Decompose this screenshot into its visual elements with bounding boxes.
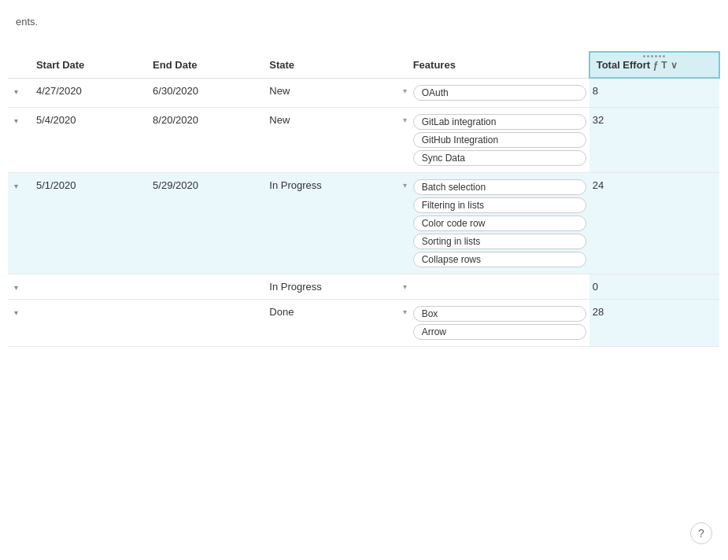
state-cell: In Progress▾ — [266, 274, 409, 299]
state-cell: New▾ — [266, 78, 409, 107]
expand-arrow[interactable]: ▾ — [11, 307, 21, 319]
table-wrapper: Start Date End Date State Features — [0, 51, 728, 347]
feature-tag[interactable]: Sync Data — [413, 150, 586, 166]
table-body: ▾4/27/20206/30/2020New▾OAuth8▾5/4/20208/… — [8, 78, 719, 346]
drag-dot-6 — [663, 55, 665, 57]
feature-tag[interactable]: Box — [413, 306, 586, 322]
header-end-date: End Date — [150, 52, 266, 78]
expand-arrow[interactable]: ▾ — [11, 115, 21, 127]
total-effort-cell: 8 — [589, 78, 719, 107]
header-state: State — [266, 52, 409, 78]
header-total-effort[interactable]: Total Effort ƒ T ∨ — [589, 52, 719, 78]
start-date-cell: 4/27/2020 — [33, 78, 150, 107]
drag-dot-2 — [647, 55, 649, 57]
header-icons: ƒ T ∨ — [653, 60, 678, 71]
start-date-cell — [33, 274, 150, 299]
text-icon: T — [661, 60, 667, 71]
chevron-icon[interactable]: ∨ — [671, 60, 678, 71]
feature-tag[interactable]: OAuth — [413, 85, 586, 101]
drag-dot-1 — [643, 55, 645, 57]
features-cell: OAuth — [410, 78, 589, 107]
state-text: In Progress — [269, 281, 399, 293]
expand-cell: ▾ — [8, 78, 33, 107]
total-effort-cell: 0 — [589, 274, 719, 299]
table-row: ▾5/1/20205/29/2020In Progress▾Batch sele… — [8, 172, 719, 274]
expand-arrow[interactable]: ▾ — [11, 282, 21, 293]
features-cell: GitLab integrationGitHub IntegrationSync… — [410, 107, 589, 172]
features-cell — [410, 274, 589, 299]
drag-dot-3 — [651, 55, 653, 57]
start-date-cell — [33, 299, 150, 346]
state-cell: New▾ — [266, 107, 409, 172]
state-cell: Done▾ — [266, 299, 409, 346]
state-dropdown-arrow[interactable]: ▾ — [403, 308, 407, 316]
feature-tag[interactable]: Collapse rows — [413, 252, 586, 267]
drag-handle — [643, 55, 665, 57]
expand-cell: ▾ — [8, 299, 33, 346]
expand-arrow[interactable]: ▾ — [11, 180, 21, 192]
features-cell: Batch selectionFiltering in listsColor c… — [410, 172, 589, 274]
drag-dot-4 — [655, 55, 657, 57]
state-text: New — [269, 85, 399, 97]
drag-dot-5 — [659, 55, 661, 57]
feature-tag[interactable]: GitLab integration — [413, 114, 586, 130]
expand-cell: ▾ — [8, 107, 33, 172]
total-effort-cell: 24 — [589, 172, 719, 274]
header-features: Features — [410, 52, 589, 78]
state-dropdown-arrow[interactable]: ▾ — [403, 181, 407, 190]
feature-tag[interactable]: Sorting in lists — [413, 234, 586, 249]
table-row: ▾4/27/20206/30/2020New▾OAuth8 — [8, 78, 719, 107]
feature-tag[interactable]: Batch selection — [413, 179, 586, 195]
help-button[interactable]: ? — [690, 522, 712, 544]
state-cell: In Progress▾ — [266, 172, 409, 274]
intro-text: ents. — [0, 0, 728, 51]
expand-cell: ▾ — [8, 172, 33, 274]
end-date-cell — [150, 274, 266, 299]
total-effort-label: Total Effort — [597, 59, 650, 71]
table-header: Start Date End Date State Features — [8, 52, 719, 78]
state-dropdown-arrow[interactable]: ▾ — [403, 87, 407, 95]
page-container: ents. Start Date End Date State Features — [0, 0, 728, 560]
state-dropdown-arrow[interactable]: ▾ — [403, 282, 407, 291]
start-date-cell: 5/1/2020 — [33, 172, 150, 274]
main-table: Start Date End Date State Features — [8, 51, 720, 347]
feature-tag[interactable]: GitHub Integration — [413, 132, 586, 148]
feature-tag[interactable]: Filtering in lists — [413, 197, 586, 213]
table-row: ▾Done▾BoxArrow28 — [8, 299, 719, 346]
feature-tag[interactable]: Arrow — [413, 324, 586, 340]
state-text: In Progress — [269, 179, 399, 191]
table-row: ▾5/4/20208/20/2020New▾GitLab integration… — [8, 107, 719, 172]
features-cell: BoxArrow — [410, 299, 589, 346]
start-date-cell: 5/4/2020 — [33, 107, 150, 172]
formula-icon: ƒ — [653, 60, 659, 71]
expand-cell: ▾ — [8, 274, 33, 299]
total-effort-cell: 28 — [589, 299, 719, 346]
intro-content: ents. — [16, 16, 38, 28]
end-date-cell: 6/30/2020 — [150, 78, 266, 107]
header-start-date: Start Date — [33, 52, 150, 78]
end-date-cell — [150, 299, 266, 346]
header-expand — [8, 52, 33, 78]
state-dropdown-arrow[interactable]: ▾ — [403, 116, 407, 124]
end-date-cell: 8/20/2020 — [150, 107, 266, 172]
feature-tag[interactable]: Color code row — [413, 216, 586, 231]
end-date-cell: 5/29/2020 — [150, 172, 266, 274]
expand-arrow[interactable]: ▾ — [11, 86, 21, 98]
table-row: ▾In Progress▾0 — [8, 274, 719, 299]
state-text: Done — [269, 306, 399, 318]
state-text: New — [269, 114, 399, 126]
total-effort-cell: 32 — [589, 107, 719, 172]
